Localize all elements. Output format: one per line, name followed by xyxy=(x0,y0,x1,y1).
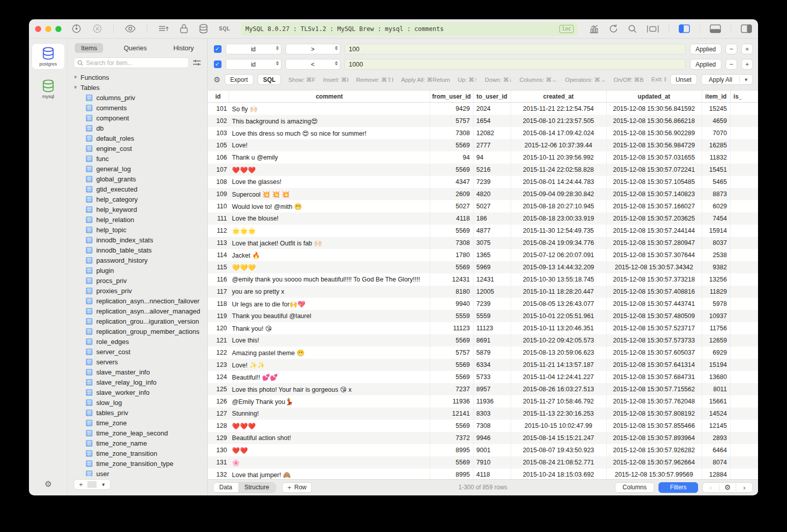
column-header-created-at[interactable]: created_at xyxy=(511,90,607,102)
sidebar-table-item[interactable]: help_relation xyxy=(73,214,207,225)
filter-value-input[interactable] xyxy=(344,59,686,70)
previous-page-icon[interactable]: ‹ xyxy=(703,484,719,491)
filter-sliders-icon[interactable] xyxy=(193,59,201,67)
filter-value-input[interactable] xyxy=(344,44,686,54)
column-header-item-id[interactable]: item_id xyxy=(702,90,731,102)
add-filter-button[interactable]: + xyxy=(741,44,753,54)
sidebar-table-item[interactable]: role_edges xyxy=(73,336,207,347)
table-row[interactable]: 130 ❤️❤️ 8995 9001 2015-08-07 19:43:50.9… xyxy=(208,444,758,456)
add-filter-button[interactable]: + xyxy=(741,59,753,70)
filter-enabled-checkbox[interactable] xyxy=(214,45,222,53)
sidebar-table-item[interactable]: proxies_priv xyxy=(73,286,207,296)
filter-applied-button[interactable]: Applied xyxy=(690,59,721,70)
export-button[interactable]: Export xyxy=(225,74,254,85)
settings-gear-icon[interactable]: ⚙ xyxy=(45,479,52,489)
table-row[interactable]: 126 @Emily Thank you💃 11936 11936 2015-1… xyxy=(208,395,758,408)
sidebar-table-item[interactable]: global_grants xyxy=(73,174,207,184)
table-row[interactable]: 127 Stunning! 12141 8303 2015-11-13 22:3… xyxy=(208,408,758,420)
tab-items[interactable]: Items xyxy=(75,43,103,53)
sidebar-table-item[interactable]: slave_master_info xyxy=(73,367,207,377)
column-header-to-user-id[interactable]: to_user_id xyxy=(474,90,511,102)
sidebar-table-item[interactable]: tables_priv xyxy=(73,408,207,418)
add-row-button[interactable]: + Row xyxy=(282,482,312,493)
sidebar-table-item[interactable]: slave_worker_info xyxy=(73,387,207,397)
sidebar-table-item[interactable]: engine_cost xyxy=(73,143,207,153)
table-row[interactable]: 131 🌸 5569 7910 2015-08-24 21:08:52.771 … xyxy=(208,456,758,468)
table-row[interactable]: 115 💛💛💛 5569 5969 2015-09-13 14:44:32.20… xyxy=(208,261,758,273)
sidebar-table-item[interactable]: func xyxy=(73,153,207,164)
table-row[interactable]: 105 Love! 5569 2777 2015-12-06 10:37:39.… xyxy=(208,139,758,151)
table-row[interactable]: 118 Ur legs are to die for🙌💖 9940 7239 2… xyxy=(208,298,758,310)
sidebar-table-item[interactable]: password_history xyxy=(73,255,207,265)
filters-button[interactable]: Filters xyxy=(658,482,698,493)
zoom-button[interactable] xyxy=(55,26,61,32)
sidebar-table-item[interactable]: component xyxy=(73,113,207,123)
table-row[interactable]: 124 Beautiful!! 💕💕 5569 5733 2015-11-04 … xyxy=(208,371,758,383)
table-row[interactable]: 128 ❤️❤️❤️ 5569 7308 2015-10-15 10:02:47… xyxy=(208,420,758,432)
tab-history[interactable]: History xyxy=(167,43,200,53)
sidebar-table-item[interactable]: replication_asyn...nnection_failover xyxy=(73,296,207,306)
table-row[interactable]: 123 Love! ✨✨ 5569 6334 2015-11-21 14:13:… xyxy=(208,359,758,371)
close-button[interactable] xyxy=(35,26,41,32)
data-tab[interactable]: Data xyxy=(213,483,238,492)
page-settings-gear-icon[interactable]: ⚙ xyxy=(719,483,736,491)
remove-filter-button[interactable]: − xyxy=(726,44,737,54)
disconnect-icon[interactable] xyxy=(92,24,102,34)
table-row[interactable]: 108 Love the glasses! 4347 7239 2015-08-… xyxy=(208,176,758,188)
sidebar-table-item[interactable]: help_category xyxy=(73,194,207,204)
sidebar-table-item[interactable]: slow_log xyxy=(73,397,207,408)
sidebar-table-item[interactable]: help_topic xyxy=(73,225,207,235)
sidebar-table-item[interactable]: general_log xyxy=(73,164,207,174)
table-row[interactable]: 109 Supercool 💥 💥 💥 2609 4820 2015-09-04… xyxy=(208,188,758,200)
sidebar-table-item[interactable]: help_keyword xyxy=(73,204,207,214)
table-row[interactable]: 120 Thank you! 😘 11123 11123 2015-10-11 … xyxy=(208,322,758,334)
remove-filter-button[interactable]: − xyxy=(726,59,737,70)
fit-width-icon[interactable] xyxy=(647,25,659,33)
sidebar-table-item[interactable]: comments xyxy=(73,103,207,113)
table-row[interactable]: 106 Thank u @emily 94 94 2015-10-11 20:3… xyxy=(208,151,758,164)
connection-postgres[interactable]: postgres xyxy=(32,44,65,69)
table-row[interactable]: 121 Love this! 5569 8691 2015-10-22 09:4… xyxy=(208,334,758,347)
column-header-updated-at[interactable]: updated_at xyxy=(607,90,702,102)
filter-column-select[interactable]: id xyxy=(226,44,281,54)
sidebar-table-item[interactable]: gtid_executed xyxy=(73,184,207,194)
toggle-right-panel-icon[interactable] xyxy=(741,24,752,33)
tree-group-functions[interactable]: ▼ Functions xyxy=(73,72,207,82)
sidebar-table-item[interactable]: innodb_index_stats xyxy=(73,235,207,245)
filter-settings-gear-icon[interactable]: ⚙ xyxy=(214,75,221,84)
refresh-icon[interactable] xyxy=(609,24,618,34)
sidebar-table-item[interactable]: server_cost xyxy=(73,347,207,357)
sidebar-table-item[interactable]: user xyxy=(73,468,207,476)
item-search-input[interactable] xyxy=(86,59,185,67)
sql-editor-icon[interactable]: SQL xyxy=(219,26,230,32)
lock-icon[interactable] xyxy=(180,24,188,34)
sidebar-table-item[interactable]: plugin xyxy=(73,265,207,275)
sidebar-table-item[interactable]: servers xyxy=(73,357,207,367)
tab-queries[interactable]: Queries xyxy=(117,43,153,53)
commit-log-icon[interactable] xyxy=(159,24,169,33)
sidebar-table-item[interactable]: columns_priv xyxy=(73,92,207,103)
unset-button[interactable]: Unset xyxy=(670,74,697,85)
sidebar-table-item[interactable]: replication_group_member_actions xyxy=(73,326,207,336)
search-icon[interactable] xyxy=(628,24,637,34)
table-row[interactable]: 129 Beautiful action shot! 7372 9946 201… xyxy=(208,432,758,444)
table-row[interactable]: 119 Thank you beautiful @laurel 5559 555… xyxy=(208,310,758,322)
table-row[interactable]: 110 Would love to! @mith 😬 5027 5027 201… xyxy=(208,200,758,212)
column-header-id[interactable]: id xyxy=(208,90,229,102)
preview-eye-icon[interactable] xyxy=(125,25,136,33)
table-row[interactable]: 114 Jacket 🔥 1780 1365 2015-07-12 06:20:… xyxy=(208,249,758,261)
filter-operator-select[interactable]: > xyxy=(286,44,340,54)
table-row[interactable]: 101 So fly 🙌🏻 9429 2024 2015-11-21 22:12… xyxy=(208,103,758,115)
sidebar-table-item[interactable]: time_zone xyxy=(73,418,207,428)
table-row[interactable]: 122 Amazing pastel theme 😬 5757 5879 201… xyxy=(208,347,758,359)
toggle-bottom-panel-icon[interactable] xyxy=(710,24,721,33)
table-row[interactable]: 113 Love that jacket! Outfit is fab 🙌🏻 7… xyxy=(208,237,758,249)
sidebar-table-item[interactable]: replication_asyn...ailover_managed xyxy=(73,306,207,316)
item-search-box[interactable] xyxy=(74,57,188,68)
table-row[interactable]: 116 @emily thank you soooo much beautifu… xyxy=(208,273,758,286)
connection-mysql[interactable]: mysql xyxy=(32,76,65,102)
database-icon[interactable] xyxy=(199,24,208,34)
filter-column-select[interactable]: id xyxy=(226,59,281,70)
tree-group-tables[interactable]: ▼ Tables xyxy=(73,82,207,92)
sidebar-table-item[interactable]: time_zone_leap_second xyxy=(73,428,207,438)
